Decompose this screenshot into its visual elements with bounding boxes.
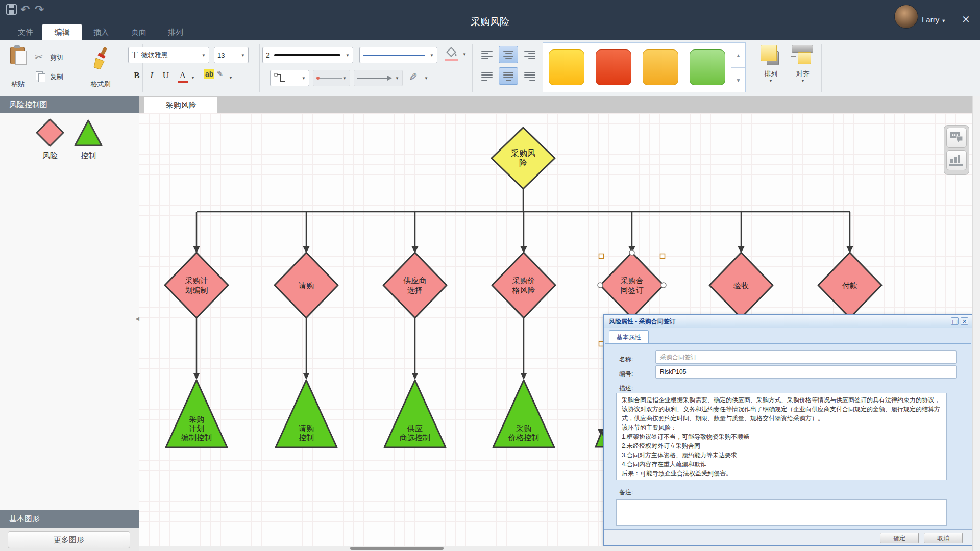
clipboard-page	[15, 51, 27, 65]
dialog-tab-row: 基本属性	[605, 329, 971, 344]
chevron-down-icon: ▼	[424, 76, 428, 81]
comment-icon	[949, 131, 964, 144]
menu-tab-arrange[interactable]: 排列	[163, 24, 188, 40]
user-avatar[interactable]	[894, 5, 918, 29]
menu-tab-insert[interactable]: 插入	[89, 24, 113, 40]
comments-button[interactable]	[946, 128, 967, 148]
node-risk-plan-label: 采购计 划编制	[168, 265, 225, 306]
theme-swatch-amber[interactable]	[643, 49, 678, 85]
valign-bottom-button[interactable]	[520, 67, 540, 85]
align-right-button[interactable]	[520, 46, 540, 63]
theme-swatch-red[interactable]	[596, 49, 631, 85]
dialog-title: 风险属性 - 采购合同签订	[609, 317, 676, 326]
line-style-preview	[320, 78, 342, 79]
user-menu[interactable]: Larry ▼	[922, 15, 946, 24]
chevron-down-icon[interactable]: ▼	[229, 76, 233, 80]
bar	[529, 80, 535, 81]
bar	[503, 72, 513, 73]
font-icon: T	[132, 49, 138, 61]
node-root-risk-label: 采购风 险	[495, 138, 551, 179]
ok-button[interactable]: 确定	[880, 533, 919, 543]
user-name-label: Larry	[922, 15, 939, 24]
bar	[503, 77, 513, 78]
swatch-scroll-up[interactable]: ▲	[731, 43, 745, 68]
shapes-sidebar: 风险控制图 风险 控制 基本图形	[0, 96, 139, 551]
underline-button[interactable]: U	[160, 70, 172, 81]
align-icon	[798, 52, 811, 64]
more-shapes-button[interactable]: 更多图形	[8, 531, 130, 548]
pen-style-button[interactable]: ✎ ▼	[407, 70, 430, 86]
stencil-control-shape[interactable]	[74, 118, 103, 147]
connector-type-select[interactable]: ▼	[270, 70, 309, 86]
sidebar-collapse-handle[interactable]: ◀	[134, 311, 141, 327]
menu-tab-page[interactable]: 页面	[127, 24, 151, 40]
swatch-scroll-down[interactable]: ▼	[731, 67, 745, 92]
fill-color-bar	[445, 59, 458, 61]
vertical-scrollbar[interactable]	[972, 96, 980, 551]
theme-swatch-green[interactable]	[690, 49, 725, 85]
fill-bucket-icon	[445, 47, 458, 58]
highlight-glyph: ab	[204, 69, 214, 79]
name-field[interactable]: 采购合同签订	[655, 350, 957, 364]
fill-color-button[interactable]: ▼	[443, 47, 469, 64]
valign-top-button[interactable]	[477, 67, 497, 85]
chart-button[interactable]	[946, 150, 967, 170]
undo-icon[interactable]: ↶	[20, 3, 30, 16]
align-left-button[interactable]	[477, 46, 497, 63]
stencil-section-header[interactable]: 风险控制图	[0, 96, 139, 113]
bar	[481, 74, 493, 76]
chevron-down-icon[interactable]: ▼	[191, 76, 195, 80]
description-field[interactable]: 采购合同是指企业根据采购需要、确定的供应商、采购方式、采购价格等情况与供应商签订…	[616, 393, 947, 480]
paste-button[interactable]: 粘贴	[4, 45, 32, 92]
dialog-close-icon[interactable]: ✕	[961, 317, 968, 325]
dialog-tab-basic[interactable]: 基本属性	[609, 330, 649, 343]
cancel-button[interactable]: 取消	[924, 533, 963, 543]
line-width-select[interactable]: 2 ▼	[262, 47, 353, 63]
bold-button[interactable]: B	[130, 70, 143, 81]
font-family-value: 微软雅黑	[141, 51, 168, 60]
bar	[481, 56, 493, 57]
line-color-select[interactable]: ▼	[359, 47, 437, 63]
menu-tab-edit[interactable]: 编辑	[42, 24, 82, 40]
save-icon[interactable]	[6, 4, 17, 15]
page-tab[interactable]: 采购风险	[144, 97, 217, 113]
bar	[503, 56, 513, 57]
bar	[481, 77, 493, 78]
clipboard-clip	[14, 45, 20, 48]
cut-label: 剪切	[50, 53, 63, 62]
horizontal-scrollbar-thumb[interactable]	[350, 547, 444, 550]
bar	[524, 74, 535, 76]
font-family-select[interactable]: T 微软雅黑 ▼	[128, 47, 209, 63]
align-center-button[interactable]	[499, 46, 518, 63]
basic-shapes-section-header[interactable]: 基本图形	[0, 510, 139, 528]
theme-swatch-yellow[interactable]	[549, 49, 584, 85]
align-shapes-button[interactable]: 对齐 ▼	[789, 45, 817, 92]
pencil-icon: ✎	[409, 71, 418, 83]
stencil-risk-shape[interactable]	[35, 118, 65, 147]
copy-icon-back	[38, 73, 45, 82]
arrow-style-select[interactable]: ▼	[354, 70, 403, 86]
menu-tab-file[interactable]: 文件	[14, 24, 37, 40]
chevron-down-icon: ▼	[756, 79, 785, 83]
note-field[interactable]	[616, 499, 947, 526]
font-size-select[interactable]: 13 ▼	[214, 47, 249, 63]
font-size-value: 13	[217, 52, 225, 59]
format-painter-button[interactable]: 格式刷	[83, 46, 118, 92]
dialog-restore-icon[interactable]: ▢	[951, 317, 959, 325]
bar	[528, 53, 535, 54]
chevron-down-icon: ▼	[462, 52, 467, 57]
font-color-button[interactable]: A	[175, 70, 190, 83]
arrange-button[interactable]: 排列 ▼	[756, 45, 785, 92]
redo-icon[interactable]: ↷	[35, 3, 44, 16]
dialog-title-bar[interactable]: 风险属性 - 采购合同签订 ▢ ✕	[604, 315, 972, 328]
highlight-button[interactable]: ab ✎	[204, 69, 227, 82]
italic-button[interactable]: I	[145, 70, 158, 81]
paste-label: 粘贴	[4, 80, 32, 89]
arrange-icon	[761, 45, 777, 61]
line-style-select[interactable]: ▼	[313, 70, 350, 86]
stencil-control-label: 控制	[70, 151, 106, 161]
horizontal-scrollbar[interactable]	[139, 546, 972, 551]
close-icon[interactable]: ✕	[962, 13, 970, 26]
id-field[interactable]: RiskP105	[655, 365, 957, 379]
valign-middle-button[interactable]	[499, 67, 518, 85]
